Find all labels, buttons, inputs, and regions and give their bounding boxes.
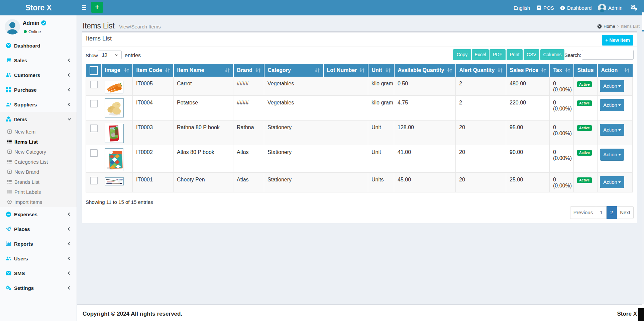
svg-text:chooty: chooty: [116, 179, 123, 181]
